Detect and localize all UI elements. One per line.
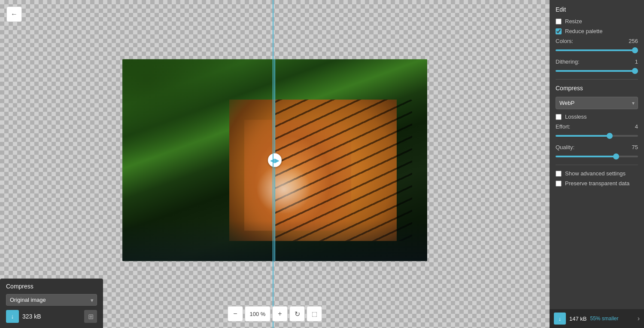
quality-slider[interactable]	[556, 156, 638, 157]
colors-slider-row: Colors: 256	[556, 38, 638, 52]
back-button[interactable]: ←	[6, 6, 22, 22]
compress-panel: Compress Original image ↓ 323 kB ⊞	[0, 279, 103, 328]
effort-slider-row: Effort: 4	[556, 123, 638, 138]
save-arrow-icon[interactable]: ›	[638, 315, 640, 322]
rotate-icon: ↻	[295, 310, 300, 318]
zoom-out-button[interactable]: −	[228, 306, 243, 322]
lossless-checkbox[interactable]	[556, 114, 562, 120]
reduce-palette-label[interactable]: Reduce palette	[565, 28, 602, 34]
dithering-label: Dithering:	[556, 58, 580, 65]
compress-panel-title: Compress	[6, 283, 97, 290]
compress-section: Compress WebP JPEG PNG GIF Lossless Effo…	[556, 85, 638, 187]
quality-value: 75	[625, 144, 638, 150]
section-divider-1	[556, 79, 638, 80]
reduce-palette-row: Reduce palette	[556, 28, 638, 34]
effort-slider[interactable]	[556, 135, 638, 137]
zoom-out-icon: −	[233, 310, 237, 318]
zoom-in-button[interactable]: +	[272, 306, 288, 322]
show-advanced-row: Show advanced settings	[556, 170, 638, 177]
download-icon: ↓	[11, 313, 14, 320]
zoom-in-icon: +	[278, 310, 282, 318]
fit-frame-icon: ⬚	[312, 310, 317, 317]
format-select-wrapper[interactable]: WebP JPEG PNG GIF	[556, 97, 638, 109]
resize-row: Resize	[556, 18, 638, 25]
show-advanced-label[interactable]: Show advanced settings	[565, 170, 626, 177]
edit-section: Edit Resize Reduce palette Colors: 256 D…	[556, 6, 638, 73]
effort-label: Effort:	[556, 123, 570, 130]
back-icon: ←	[11, 10, 18, 18]
image-preview: ◀▶	[122, 59, 427, 261]
canvas-area: ← ◀▶ −	[0, 0, 550, 328]
save-download-icon: ↓	[559, 316, 562, 322]
format-select[interactable]: WebP JPEG PNG GIF	[556, 97, 638, 109]
original-file-size: 323 kB	[22, 313, 41, 320]
colors-value: 256	[625, 38, 638, 44]
resize-label[interactable]: Resize	[565, 18, 582, 25]
original-select[interactable]: Original image	[6, 294, 97, 306]
bottom-save-bar: ↓ 147 kB 55% smaller ›	[550, 309, 644, 328]
edit-title: Edit	[556, 6, 638, 13]
colors-slider[interactable]	[556, 49, 638, 51]
preserve-transparent-label[interactable]: Preserve transparent data	[565, 180, 629, 187]
save-file-size: 147 kB	[569, 316, 586, 322]
lossless-label[interactable]: Lossless	[565, 113, 587, 120]
effort-value: 4	[625, 123, 638, 130]
rotate-button[interactable]: ↻	[289, 306, 305, 322]
upload-button[interactable]: ⊞	[84, 310, 97, 323]
right-panel: Edit Resize Reduce palette Colors: 256 D…	[550, 0, 644, 328]
dithering-slider[interactable]	[556, 70, 638, 72]
compare-handle-icon: ◀▶	[270, 156, 279, 163]
preserve-transparent-row: Preserve transparent data	[556, 180, 638, 187]
colors-label: Colors:	[556, 38, 573, 44]
original-select-wrapper[interactable]: Original image	[6, 294, 97, 306]
lossless-row: Lossless	[556, 113, 638, 120]
show-advanced-checkbox[interactable]	[556, 171, 562, 177]
resize-checkbox[interactable]	[556, 18, 562, 25]
quality-slider-row: Quality: 75	[556, 144, 638, 159]
zoom-controls: − 100 % + ↻ ⬚	[228, 306, 322, 322]
compare-handle[interactable]: ◀▶	[268, 153, 282, 167]
zoom-value-display: 100 %	[245, 306, 270, 322]
fit-frame-button[interactable]: ⬚	[307, 306, 322, 322]
preserve-transparent-checkbox[interactable]	[556, 181, 562, 187]
section-divider-2	[556, 165, 638, 165]
dithering-value: 1	[625, 58, 638, 65]
save-download-button[interactable]: ↓	[554, 313, 566, 325]
upload-icon: ⊞	[88, 313, 94, 321]
quality-label: Quality:	[556, 144, 574, 150]
dithering-slider-row: Dithering: 1	[556, 58, 638, 73]
compress-title: Compress	[556, 85, 638, 92]
download-button[interactable]: ↓	[6, 310, 19, 323]
reduce-palette-checkbox[interactable]	[556, 28, 562, 34]
save-smaller-label: 55% smaller	[590, 316, 618, 322]
